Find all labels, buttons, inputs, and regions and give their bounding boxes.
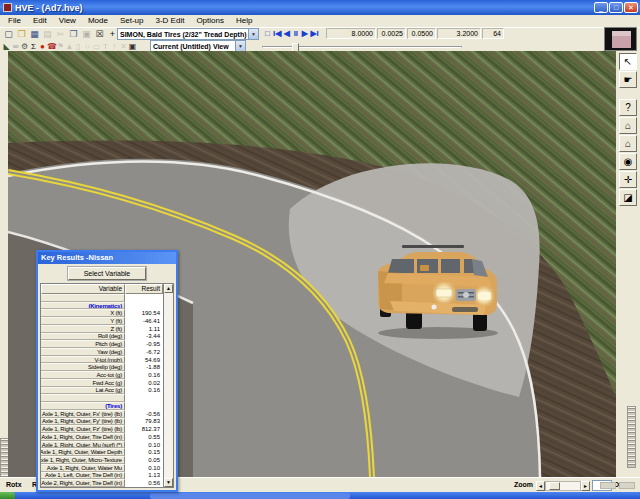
result-variable: Axle 2, Right, Outer, Tire Defl (in) <box>41 479 125 487</box>
new-file-icon[interactable]: ▢ <box>2 29 15 40</box>
taskbar-button[interactable] <box>150 493 350 499</box>
current-time-field[interactable]: 3.2000 <box>437 28 481 39</box>
phone-icon[interactable]: ☎ <box>47 41 56 52</box>
result-value: 1.13 <box>125 472 163 480</box>
pause-button[interactable]: II <box>291 28 300 39</box>
result-value: 0.10 <box>125 464 163 472</box>
key-results-title[interactable]: Key Results -Nissan <box>38 252 176 264</box>
scrollbar-track[interactable] <box>164 293 173 478</box>
result-value: -1.88 <box>125 363 163 371</box>
result-value: 0.56 <box>125 479 163 487</box>
result-column-header[interactable]: Result <box>125 284 163 294</box>
chevron-down-icon[interactable]: ▼ <box>248 29 258 39</box>
copy-icon[interactable]: ❐ <box>67 29 80 40</box>
gears-icon[interactable]: ⚙ <box>20 41 29 52</box>
result-row: V-tot (mph)54.69 <box>41 356 163 364</box>
environment-icon[interactable]: ◣ <box>2 41 11 52</box>
result-value: -46.41 <box>125 317 163 325</box>
sum-results-icon[interactable]: Σ <box>29 41 38 52</box>
maximize-button[interactable]: □ <box>609 2 623 13</box>
variable-column-header[interactable]: Variable <box>41 284 125 294</box>
output-interval-field[interactable]: 0.0500 <box>407 28 436 39</box>
key-results-panel[interactable]: Key Results -Nissan Select Variable Vari… <box>36 250 178 492</box>
minimize-button[interactable]: _ <box>594 2 608 13</box>
set-home-button[interactable]: ⌂ <box>619 135 637 152</box>
arrow-up-icon: ↑ <box>110 41 119 52</box>
environment-preview-thumbnail[interactable] <box>604 27 637 51</box>
record-icon[interactable]: ● <box>38 41 47 52</box>
fog-light <box>432 305 437 310</box>
seek-button[interactable]: ✛ <box>619 171 637 188</box>
menu-bar: FileEditViewModeSet-up3-D EditOptionsHel… <box>0 15 640 27</box>
delete-x-icon: ✕ <box>119 41 128 52</box>
menu-view[interactable]: View <box>53 15 82 27</box>
camera-type-button[interactable]: ◪ <box>619 189 637 206</box>
close-button[interactable]: ✕ <box>624 2 638 13</box>
preview-image <box>612 31 631 48</box>
zoom-slider-track[interactable] <box>545 481 581 491</box>
result-variable: Y (ft) <box>41 317 125 325</box>
go-start-button[interactable]: I◀ <box>272 28 282 39</box>
result-variable: V-tot (mph) <box>41 356 125 364</box>
result-variable: Axle 1, Right, Outer, Water Mu <box>41 464 125 472</box>
menu-edit[interactable]: Edit <box>27 15 53 27</box>
result-row: Axle 1, Right, Outer, Micro-Texture0.05 <box>41 456 163 464</box>
result-row: Y (ft)-46.41 <box>41 317 163 325</box>
zoom-left-arrow[interactable]: ◄ <box>536 481 545 491</box>
view-hand-button[interactable]: ☛ <box>619 71 637 88</box>
help-button[interactable]: ? <box>619 99 637 116</box>
view-all-button[interactable]: ◉ <box>619 153 637 170</box>
frame-slider[interactable] <box>262 44 462 50</box>
result-row: (Tires) <box>41 402 163 410</box>
open-folder-icon[interactable]: ❒ <box>15 29 28 40</box>
play-button[interactable]: ▶ <box>300 28 309 39</box>
result-row: Sideslip (deg)-1.88 <box>41 363 163 371</box>
stop-button[interactable]: □ <box>263 28 272 39</box>
home-button[interactable]: ⌂ <box>619 117 637 134</box>
menu-options[interactable]: Options <box>190 15 230 27</box>
result-row: Axle 1, Right, Outer, Fz' (tire) (lb)812… <box>41 425 163 433</box>
select-variable-button[interactable]: Select Variable <box>68 267 146 280</box>
start-button-sliver[interactable] <box>0 492 15 499</box>
camera-icon[interactable]: ▣ <box>128 41 137 52</box>
scroll-down-icon[interactable]: ▼ <box>164 478 173 487</box>
result-value <box>125 294 163 302</box>
pick-arrow-button[interactable]: ↖ <box>619 53 637 70</box>
result-value: -3.44 <box>125 333 163 341</box>
menu-3-d-edit[interactable]: 3-D Edit <box>149 15 190 27</box>
menu-help[interactable]: Help <box>230 15 258 27</box>
resize-grip <box>619 482 635 489</box>
app-icon <box>3 3 12 12</box>
menu-file[interactable]: File <box>2 15 27 27</box>
chevron-down-icon[interactable]: ▼ <box>235 41 245 51</box>
menu-mode[interactable]: Mode <box>82 15 114 27</box>
title-bar[interactable]: HVE - (Ad7.hve) _ □ ✕ <box>0 0 640 15</box>
air-intake <box>452 307 478 312</box>
dolly-thumbwheel[interactable] <box>627 406 636 468</box>
event-selector-value: SIMON, Bald Tires (2/32" Tread Depth) <box>120 31 247 38</box>
key-results-scrollbar[interactable]: ▲ ▼ <box>163 284 173 487</box>
frame-number-field[interactable]: 64 <box>482 28 504 39</box>
side-mirror <box>420 265 429 271</box>
zoom-slider-thumb[interactable] <box>549 482 560 490</box>
go-end-button[interactable]: ▶I <box>309 28 319 39</box>
event-selector-combo[interactable]: SIMON, Bald Tires (2/32" Tread Depth) ▼ <box>117 28 259 40</box>
scroll-up-icon[interactable]: ▲ <box>164 284 173 293</box>
menu-set-up[interactable]: Set-up <box>114 15 150 27</box>
zoom-slider[interactable]: ◄ ► <box>536 481 590 491</box>
time-step-field[interactable]: 0.0025 <box>377 28 406 39</box>
step-back-button[interactable]: ◀ <box>282 28 291 39</box>
result-value: 812.37 <box>125 425 163 433</box>
resize-grip <box>600 482 616 489</box>
result-row: Fwd Acc (g)0.02 <box>41 379 163 387</box>
zoom-label: Zoom <box>514 481 533 488</box>
delete-box-icon[interactable]: ☒ <box>93 29 106 40</box>
end-time-field[interactable]: 8.0000 <box>326 28 376 39</box>
result-variable: Axle 1, Right, Outer, Fz' (tire) (lb) <box>41 425 125 433</box>
result-value <box>125 402 163 410</box>
vehicle-icon[interactable]: ∞ <box>11 41 20 52</box>
zoom-right-arrow[interactable]: ► <box>581 481 590 491</box>
result-variable: Axle 1, Right, Outer, Water Depth <box>41 448 125 456</box>
c-pillar <box>438 259 441 273</box>
save-icon[interactable]: ▦ <box>28 29 41 40</box>
